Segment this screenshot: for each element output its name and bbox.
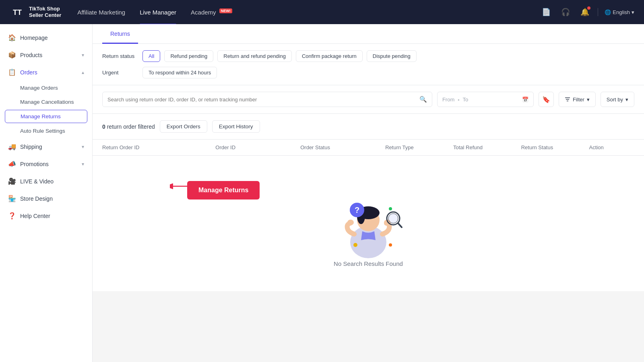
svg-point-18 <box>389 243 392 247</box>
orders-chevron: ▴ <box>82 70 84 75</box>
date-range-picker[interactable]: From - To 📅 <box>437 92 534 107</box>
date-dash: - <box>458 97 459 103</box>
svg-text:TT: TT <box>13 8 22 16</box>
promotions-chevron: ▾ <box>82 161 84 167</box>
urgent-label: Urgent <box>102 70 138 76</box>
nav-links: Affiliate Marketing Live Manager Academy… <box>77 7 524 17</box>
search-input-wrap: 🔍 <box>102 92 432 107</box>
urgent-btn[interactable]: To respond within 24 hours <box>142 67 217 78</box>
orders-submenu: Manage Orders Manage Cancellations Manag… <box>0 81 92 138</box>
nav-divider <box>598 8 598 16</box>
empty-state-text: No Search Results Found <box>334 260 403 267</box>
sidebar-item-orders[interactable]: 📋 Orders ▴ <box>0 64 92 81</box>
sidebar-item-store-design[interactable]: 🏪 Store Design <box>0 190 92 207</box>
sort-chevron: ▾ <box>625 97 628 103</box>
col-total-refund: Total Refund <box>453 144 521 150</box>
svg-line-13 <box>398 223 402 227</box>
brand-name: TikTok ShopSeller Center <box>29 6 61 18</box>
col-return-status: Return Status <box>521 144 589 150</box>
col-return-type: Return Type <box>385 144 453 150</box>
sidebar-item-products[interactable]: 📦 Products ▾ <box>0 46 92 64</box>
status-btn-return-refund-pending[interactable]: Return and refund pending <box>217 50 292 62</box>
status-btn-all[interactable]: All <box>142 50 160 62</box>
urgent-filter-row: Urgent To respond within 24 hours <box>102 67 634 78</box>
search-icon: 🔍 <box>419 96 427 103</box>
filter-chevron: ▾ <box>587 97 590 103</box>
col-order-status: Order Status <box>300 144 385 150</box>
empty-state: ? No Search Results Found <box>93 156 644 291</box>
svg-point-9 <box>347 220 354 225</box>
status-filter-row: Return status All Refund pending Return … <box>102 50 634 62</box>
content-wrapper: Returns Return status All Refund pending… <box>93 24 644 291</box>
language-selector[interactable]: 🌐 English ▾ <box>605 9 634 15</box>
results-count: 0 <box>102 123 105 130</box>
svg-point-12 <box>388 214 398 223</box>
return-status-label: Return status <box>102 53 138 59</box>
store-icon: 🏪 <box>8 195 16 202</box>
results-text: 0 return order filtered <box>102 123 155 130</box>
date-from-label: From <box>442 97 454 103</box>
nav-academy[interactable]: Academy NEW! <box>191 7 232 17</box>
bookmark-btn[interactable]: 🔖 <box>539 92 554 107</box>
home-icon: 🏠 <box>8 34 16 41</box>
svg-point-16 <box>389 207 392 210</box>
main-layout: 🏠 Homepage 📦 Products ▾ 📋 Orders ▴ Manag… <box>0 24 644 362</box>
svg-point-17 <box>353 243 357 247</box>
search-row: 🔍 From - To 📅 🔖 Filter ▾ <box>93 85 644 114</box>
export-history-btn[interactable]: Export History <box>212 120 260 133</box>
sidebar-item-homepage[interactable]: 🏠 Homepage <box>0 29 92 46</box>
tiktok-logo-icon: TT <box>10 4 26 20</box>
content-area: Returns Return status All Refund pending… <box>93 24 644 362</box>
sidebar-item-help[interactable]: ❓ Help Center <box>0 207 92 224</box>
products-chevron: ▾ <box>82 52 84 58</box>
empty-illustration: ? <box>328 180 409 260</box>
col-order-id: Order ID <box>215 144 300 150</box>
svg-text:?: ? <box>355 206 359 214</box>
nav-live-manager[interactable]: Live Manager <box>140 7 176 17</box>
brand-logo[interactable]: TT TikTok ShopSeller Center <box>10 4 61 20</box>
document-icon-btn[interactable]: 📄 <box>540 6 553 19</box>
sidebar-item-auto-rule[interactable]: Auto Rule Settings <box>0 124 92 138</box>
calendar-icon: 📅 <box>522 97 528 103</box>
notification-btn[interactable]: 🔔 <box>578 6 591 19</box>
topnav: TT TikTok ShopSeller Center Affiliate Ma… <box>0 0 644 24</box>
col-action: Action <box>589 144 634 150</box>
sidebar-item-manage-cancellations[interactable]: Manage Cancellations <box>0 95 92 109</box>
manage-returns-popup: Manage Returns <box>187 181 260 200</box>
tab-returns[interactable]: Returns <box>102 24 138 44</box>
status-btn-refund-pending[interactable]: Refund pending <box>164 50 213 62</box>
sidebar-item-live-video[interactable]: 🎥 LIVE & Video <box>0 173 92 190</box>
sidebar-item-manage-orders[interactable]: Manage Orders <box>0 81 92 95</box>
headset-icon-btn[interactable]: 🎧 <box>559 6 572 19</box>
results-bar: 0 return order filtered Export Orders Ex… <box>93 114 644 140</box>
notification-dot <box>587 6 590 10</box>
orders-icon: 📋 <box>8 68 16 76</box>
sidebar-item-manage-returns[interactable]: Manage Returns <box>5 110 87 123</box>
shipping-icon: 🚚 <box>8 143 16 150</box>
nav-affiliate[interactable]: Affiliate Marketing <box>77 7 125 17</box>
filter-icon <box>565 97 570 102</box>
live-icon: 🎥 <box>8 177 16 185</box>
sidebar-item-shipping[interactable]: 🚚 Shipping ▾ <box>0 138 92 155</box>
promotions-icon: 📣 <box>8 160 16 168</box>
shipping-chevron: ▾ <box>82 144 84 150</box>
col-return-order-id: Return Order ID <box>102 144 215 150</box>
date-to-label: To <box>463 97 469 103</box>
table-header: Return Order ID Order ID Order Status Re… <box>93 140 644 156</box>
filter-btn[interactable]: Filter ▾ <box>559 92 596 107</box>
filters-section: Return status All Refund pending Return … <box>93 44 644 85</box>
help-icon: ❓ <box>8 212 16 220</box>
results-label: return order filtered <box>107 123 155 130</box>
products-icon: 📦 <box>8 51 16 59</box>
new-badge: NEW! <box>219 8 232 13</box>
sidebar-item-promotions[interactable]: 📣 Promotions ▾ <box>0 155 92 173</box>
sidebar: 🏠 Homepage 📦 Products ▾ 📋 Orders ▴ Manag… <box>0 24 93 362</box>
search-input[interactable] <box>107 97 419 103</box>
status-btn-confirm-return[interactable]: Confirm package return <box>296 50 363 62</box>
tabs-bar: Returns <box>93 24 644 44</box>
status-btn-dispute-pending[interactable]: Dispute pending <box>367 50 417 62</box>
export-orders-btn[interactable]: Export Orders <box>160 120 207 133</box>
sort-btn[interactable]: Sort by ▾ <box>601 92 634 107</box>
topnav-right: 📄 🎧 🔔 🌐 English ▾ <box>540 6 634 19</box>
